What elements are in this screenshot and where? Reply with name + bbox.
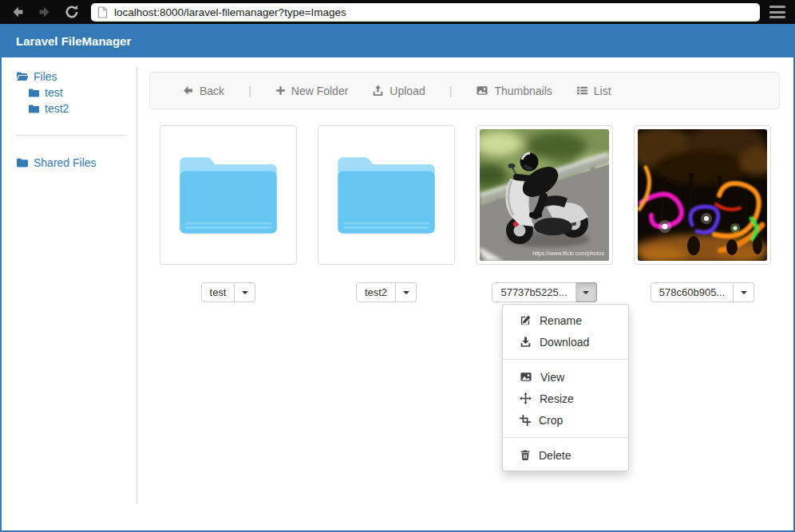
main-panel: Back | New Folder Upload | [137,57,793,530]
menu-divider [503,437,628,438]
motorcycle-image: https://www.flickr.com/photos [480,129,609,261]
address-bar[interactable]: localhost:8000/laravel-filemanager?type=… [91,3,760,22]
image-thumbnail-motorcycle[interactable]: https://www.flickr.com/photos [476,125,613,265]
toolbar-separator: | [248,85,251,97]
folder-icon [28,103,40,115]
menu-item-rename[interactable]: Rename [503,309,628,331]
download-icon [520,336,532,348]
list-button[interactable]: List [576,85,611,97]
image-icon [520,371,532,383]
app-title: Laravel FileManager [16,34,131,48]
grid-item-test2: test2 [307,125,465,302]
sidebar-item-label: test [45,86,63,99]
menu-divider [503,359,628,360]
menu-item-label: Crop [539,414,563,427]
item-button-group: test [201,282,256,302]
menu-item-label: View [540,371,564,384]
sidebar-item-shared-files[interactable]: Shared Files [16,155,137,171]
page-icon [97,6,108,18]
sidebar-item-files[interactable]: Files [16,69,137,85]
sidebar-item-label: Files [34,70,57,83]
item-dropdown-toggle[interactable] [396,282,417,302]
menu-item-view[interactable]: View [503,366,628,388]
filemanager-window: Laravel FileManager Files test [0,24,795,532]
browser-menu-icon[interactable] [769,6,785,18]
folder-icon [16,156,29,169]
upload-label: Upload [390,85,425,97]
app-header: Laravel FileManager [2,24,793,57]
back-button[interactable]: Back [182,85,224,97]
item-name-button[interactable]: 57737b5225... [492,282,575,302]
back-label: Back [200,85,224,97]
sidebar: Files test test2 Shared Files [2,57,137,530]
item-dropdown-toggle[interactable] [734,282,754,302]
trash-icon [520,449,531,461]
menu-item-delete[interactable]: Delete [503,444,628,466]
back-arrow-icon [182,85,194,97]
toolbar: Back | New Folder Upload | [149,72,780,109]
menu-item-label: Resize [540,392,574,405]
menu-item-resize[interactable]: Resize [503,388,628,409]
crop-icon [520,415,531,426]
move-icon [520,392,532,404]
sidebar-item-label: Shared Files [34,156,97,169]
grid-item-image-1: https://www.flickr.com/photos 57737b5225… [465,125,623,302]
folder-thumbnail-test2[interactable] [318,125,455,265]
menu-item-label: Delete [539,449,571,462]
list-label: List [594,85,611,97]
light-painting-image [638,129,767,261]
browser-chrome: localhost:8000/laravel-filemanager?type=… [0,0,795,24]
open-folder-icon [16,70,29,83]
upload-button[interactable]: Upload [372,85,425,97]
thumbnails-button[interactable]: Thumbnails [476,85,552,97]
menu-item-crop[interactable]: Crop [503,409,628,431]
sidebar-item-test2[interactable]: test2 [28,100,137,116]
new-folder-label: New Folder [291,85,349,97]
sidebar-divider [16,135,126,136]
url-text: localhost:8000/laravel-filemanager?type=… [114,6,346,18]
item-name-button[interactable]: test2 [356,282,396,302]
folder-icon [28,87,40,99]
item-button-group: 578c60b905... [651,282,754,302]
item-button-group: 57737b5225... [492,282,596,302]
watermark-text: https://www.flickr.com/photos [532,250,604,257]
thumbnails-label: Thumbnails [494,85,552,97]
sidebar-item-label: test2 [45,102,69,115]
browser-forward-icon[interactable] [37,4,53,20]
picture-icon [476,85,488,97]
new-folder-button[interactable]: New Folder [275,85,349,97]
item-button-group: test2 [356,282,417,302]
sidebar-item-test[interactable]: test [28,85,137,100]
caret-down-icon [242,291,248,294]
browser-reload-icon[interactable] [64,4,80,20]
file-grid: test test2 [149,125,780,302]
item-name-button[interactable]: test [201,282,235,302]
toolbar-separator: | [449,85,453,97]
caret-down-icon [403,291,409,294]
item-name-button[interactable]: 578c60b905... [651,282,734,302]
item-dropdown-toggle[interactable] [235,282,255,302]
image-thumbnail-light-painting[interactable] [634,125,771,265]
menu-item-label: Rename [540,314,582,327]
caret-down-icon [741,291,747,294]
browser-back-icon[interactable] [10,4,26,20]
list-icon [576,85,588,97]
caret-down-icon [583,291,589,294]
upload-icon [372,85,384,97]
grid-item-test: test [149,125,307,302]
folder-thumbnail-test[interactable] [160,125,297,265]
plus-icon [275,85,286,96]
big-folder-icon [168,148,289,243]
menu-item-download[interactable]: Download [503,331,628,353]
grid-item-image-2: 578c60b905... [623,125,781,302]
item-dropdown-toggle-open[interactable] [576,282,597,302]
context-menu: Rename Download [502,304,629,471]
big-folder-icon [326,148,447,243]
edit-icon [520,314,532,326]
menu-item-label: Download [540,336,589,349]
